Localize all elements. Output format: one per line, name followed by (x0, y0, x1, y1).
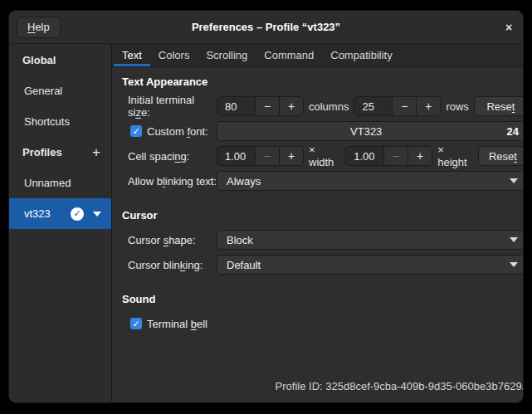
sidebar-item-global[interactable]: Global (9, 45, 111, 75)
label-post: hape: (168, 234, 196, 246)
sidebar-item-unnamed[interactable]: Unnamed (9, 168, 111, 198)
reset-label-pre: Rese (489, 150, 514, 163)
section-heading-sound: Sound (122, 293, 524, 305)
columns-decrement-button[interactable]: − (255, 97, 279, 115)
plus-icon: + (92, 144, 100, 160)
cell-height-increment-button[interactable]: + (408, 147, 432, 165)
reset-spacing-button[interactable]: Reset (478, 146, 524, 166)
custom-font-label-group: ✓ Custom font: (128, 125, 217, 138)
tab-compatibility[interactable]: Compatibility (322, 44, 400, 66)
rows-unit-label: rows (446, 100, 468, 113)
dropdown-selected-value: Always (227, 175, 261, 188)
sidebar-item-label: vt323 (24, 207, 51, 220)
check-icon: ✓ (132, 319, 139, 329)
cell-width-increment-button[interactable]: + (279, 147, 303, 165)
sidebar-item-shortcuts[interactable]: Shortcuts (9, 106, 111, 137)
minus-icon: − (264, 149, 271, 163)
cursor-blinking-dropdown[interactable]: Default (217, 255, 524, 275)
cell-width-value[interactable]: 1.00 (217, 147, 255, 165)
minus-icon: − (264, 100, 271, 113)
font-name: VT323 (226, 125, 506, 138)
columns-increment-button[interactable]: + (279, 97, 303, 115)
rows-spinner: 25 − + (354, 96, 441, 116)
help-button[interactable]: Help (17, 17, 61, 38)
font-size: 24 (506, 125, 518, 138)
dropdown-selected-value: Default (227, 259, 261, 271)
allow-blinking-text-label: Allow blinking text: (128, 175, 217, 188)
label-post: inking text: (165, 175, 217, 188)
sidebar: Global General Shortcuts Profiles + Unna… (9, 44, 112, 403)
help-label-post: elp (35, 21, 49, 33)
active-profile-check-icon: ✓ (71, 207, 84, 221)
close-icon: × (505, 21, 512, 34)
help-label-mnemonic: H (27, 21, 35, 33)
profile-id-label: Profile ID: (276, 380, 323, 392)
initial-terminal-size-label: Initial terminal size: (128, 94, 217, 119)
rows-increment-button[interactable]: + (416, 97, 440, 115)
reset-size-button[interactable]: Reset (474, 96, 524, 116)
custom-font-checkbox[interactable]: ✓ (130, 125, 142, 137)
sidebar-section-profiles: Profiles + (9, 137, 111, 168)
reset-label-mnemonic: t (512, 100, 515, 113)
check-icon: ✓ (132, 126, 139, 137)
window-title: Preferences – Profile “vt323” (9, 21, 523, 33)
cell-width-decrement-button[interactable]: − (255, 147, 279, 165)
cell-spacing-label: Cell spacing: (128, 150, 217, 163)
sidebar-item-label: Unnamed (24, 177, 71, 189)
label-pre: Terminal (147, 318, 191, 330)
tab-label: Compatibility (330, 49, 392, 61)
plus-icon: + (288, 100, 295, 113)
titlebar: Help Preferences – Profile “vt323” × (9, 11, 523, 44)
sidebar-section-label: Profiles (22, 146, 62, 158)
tab-text[interactable]: Text (114, 44, 150, 66)
close-button[interactable]: × (495, 17, 523, 38)
cursor-blinking-label: Cursor blinking: (128, 259, 217, 271)
allow-blinking-text-dropdown[interactable]: Always (217, 171, 524, 191)
tab-bar: Text Colors Scrolling Command Compatibil… (112, 44, 524, 67)
tab-label: Text (122, 49, 142, 61)
terminal-bell-label: Terminal bell (147, 318, 207, 330)
terminal-bell-checkbox[interactable]: ✓ (130, 318, 142, 329)
tab-colors[interactable]: Colors (150, 44, 198, 66)
tab-scrolling[interactable]: Scrolling (198, 44, 256, 66)
label-pre: Allow b (128, 175, 163, 188)
allow-blinking-text-row: Allow blinking text: Always (122, 171, 524, 191)
plus-icon: + (417, 149, 423, 163)
sidebar-item-vt323[interactable]: vt323 ✓ (9, 198, 111, 229)
columns-value[interactable]: 80 (217, 97, 255, 115)
section-heading-text-appearance: Text Appearance (122, 75, 524, 88)
label-mnemonic: b (191, 318, 197, 330)
cursor-shape-dropdown[interactable]: Block (217, 230, 524, 250)
tab-command[interactable]: Command (256, 44, 322, 66)
preferences-window: Help Preferences – Profile “vt323” × Glo… (8, 10, 524, 403)
cell-height-value[interactable]: 1.00 (346, 147, 383, 165)
font-picker-button[interactable]: VT323 24 (217, 121, 524, 141)
terminal-bell-row: ✓ Terminal bell (122, 314, 524, 334)
cursor-shape-label: Cursor shape: (128, 234, 217, 246)
label-mnemonic: n (174, 150, 180, 163)
tab-label: Command (264, 49, 314, 61)
tab-label: Colors (159, 49, 190, 61)
text-tab-page: Text Appearance Initial terminal size: 8… (112, 67, 524, 403)
chevron-down-icon (510, 178, 518, 183)
minus-icon: − (401, 100, 408, 113)
cell-width-spinner: 1.00 − + (217, 146, 304, 166)
label-pre: Custom (147, 125, 187, 138)
label-post: e: (141, 106, 150, 119)
chevron-down-icon (510, 262, 518, 267)
cell-height-decrement-button[interactable]: − (383, 147, 408, 165)
reset-label-pre: Rese (486, 100, 511, 113)
add-profile-button[interactable]: + (92, 145, 100, 159)
cursor-shape-row: Cursor shape: Block (122, 230, 524, 250)
sidebar-item-general[interactable]: General (9, 75, 111, 106)
profile-id-footer: Profile ID: 325d8cef-9cba-409b-9d35-060b… (122, 380, 524, 392)
chevron-down-icon (510, 237, 518, 242)
columns-spinner: 80 − + (217, 96, 304, 116)
rows-value[interactable]: 25 (354, 97, 392, 115)
profile-menu-chevron-down-icon[interactable] (93, 212, 101, 217)
cursor-blinking-row: Cursor blinking: Default (122, 255, 524, 275)
rows-decrement-button[interactable]: − (392, 97, 416, 115)
custom-font-row: ✓ Custom font: VT323 24 (122, 121, 524, 141)
dropdown-selected-value: Block (227, 234, 253, 246)
check-icon: ✓ (73, 208, 81, 219)
